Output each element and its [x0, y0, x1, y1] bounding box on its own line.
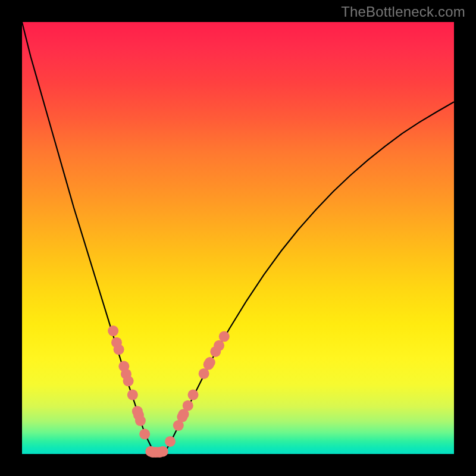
data-dots — [108, 325, 230, 458]
curve-svg — [22, 22, 454, 454]
data-dot — [165, 436, 176, 447]
data-dot — [219, 331, 230, 342]
watermark-text: TheBottleneck.com — [341, 4, 465, 20]
data-dot — [135, 415, 146, 426]
chart-frame: TheBottleneck.com — [0, 0, 476, 476]
data-dot — [127, 390, 138, 400]
data-dot — [158, 446, 168, 457]
data-dot — [214, 340, 224, 351]
data-dot — [183, 400, 193, 411]
data-dot — [188, 390, 199, 400]
plot-area — [22, 22, 454, 454]
bottleneck-curve — [22, 22, 454, 452]
data-dot — [114, 344, 124, 355]
data-dot — [199, 368, 209, 379]
data-dot — [123, 375, 134, 386]
data-dot — [205, 357, 215, 368]
data-dot — [108, 325, 118, 336]
data-dot — [139, 429, 150, 440]
